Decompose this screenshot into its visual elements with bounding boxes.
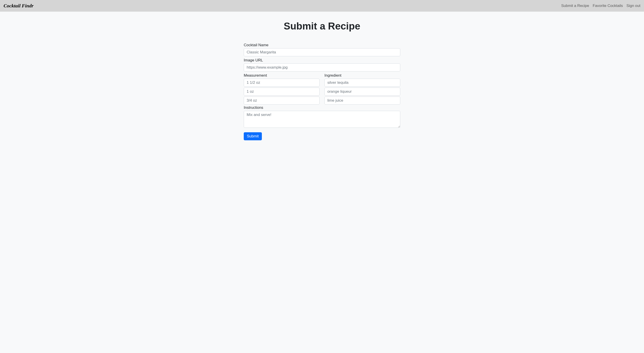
image-url-label: Image URL xyxy=(244,58,400,62)
ingredient-column: Ingredient xyxy=(324,73,400,105)
image-url-input[interactable] xyxy=(244,63,400,71)
page-title: Submit a Recipe xyxy=(244,20,400,32)
measurement-input-2[interactable] xyxy=(244,88,320,96)
recipe-form: Cocktail Name Image URL Measurement xyxy=(244,43,400,140)
navbar-brand[interactable]: Cocktail Findr xyxy=(4,3,34,9)
measurement-input-3[interactable] xyxy=(244,96,320,105)
submit-button[interactable]: Submit xyxy=(244,132,262,140)
nav-link-sign-out[interactable]: Sign out xyxy=(626,3,640,8)
cocktail-name-input[interactable] xyxy=(244,48,400,56)
cocktail-name-label: Cocktail Name xyxy=(244,43,400,47)
ingredient-input-1[interactable] xyxy=(324,79,400,87)
nav-link-submit-recipe[interactable]: Submit a Recipe xyxy=(561,3,589,8)
navbar: Cocktail Findr Submit a Recipe Favorite … xyxy=(0,0,644,12)
ingredient-input-2[interactable] xyxy=(324,88,400,96)
navbar-nav: Submit a Recipe Favorite Cocktails Sign … xyxy=(561,3,640,8)
instructions-label: Instructions xyxy=(244,105,400,110)
instructions-textarea[interactable] xyxy=(244,111,400,128)
measurement-column: Measurement xyxy=(244,73,320,105)
measurement-input-1[interactable] xyxy=(244,79,320,87)
main-container: Submit a Recipe Cocktail Name Image URL … xyxy=(239,20,405,140)
measurement-label: Measurement xyxy=(244,73,320,78)
ingredient-input-3[interactable] xyxy=(324,96,400,105)
ingredient-label: Ingredient xyxy=(324,73,400,78)
nav-link-favorite-cocktails[interactable]: Favorite Cocktails xyxy=(593,3,623,8)
